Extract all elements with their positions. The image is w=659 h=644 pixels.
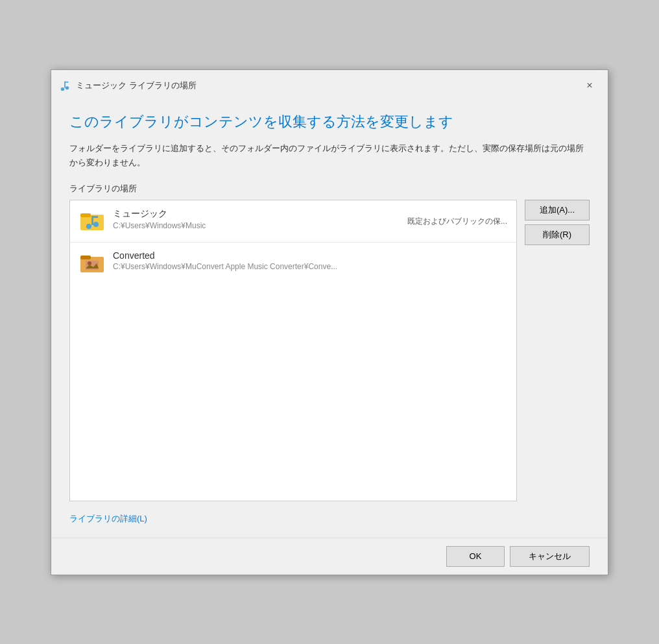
title-bar-left: ミュージック ライブラリの場所 bbox=[59, 80, 197, 91]
svg-point-7 bbox=[93, 222, 99, 227]
svg-rect-5 bbox=[80, 213, 91, 217]
dialog-heading: このライブラリがコンテンツを収集する方法を変更します bbox=[69, 113, 590, 132]
converted-item-info: Converted C:¥Users¥Windows¥MuConvert App… bbox=[113, 250, 507, 271]
ok-button[interactable]: OK bbox=[446, 546, 505, 567]
music-item-info: ミュージック C:¥Users¥Windows¥Music bbox=[113, 208, 400, 230]
music-note-icon bbox=[59, 80, 71, 91]
svg-rect-11 bbox=[80, 256, 91, 259]
add-button[interactable]: 追加(A)... bbox=[525, 200, 590, 221]
title-bar: ミュージック ライブラリの場所 × bbox=[51, 70, 608, 100]
library-list: ミュージック C:¥Users¥Windows¥Music 既定およびパブリック… bbox=[69, 200, 517, 501]
close-button[interactable]: × bbox=[581, 77, 599, 95]
dialog-window: ミュージック ライブラリの場所 × このライブラリがコンテンツを収集する方法を変… bbox=[51, 69, 608, 575]
converted-item-path: C:¥Users¥Windows¥MuConvert Apple Music C… bbox=[113, 262, 507, 271]
music-item-name: ミュージック bbox=[113, 208, 400, 220]
svg-rect-9 bbox=[91, 216, 98, 218]
remove-button[interactable]: 削除(R) bbox=[525, 224, 590, 245]
converted-folder-icon bbox=[79, 250, 105, 276]
music-folder-icon bbox=[79, 208, 105, 234]
list-item[interactable]: ミュージック C:¥Users¥Windows¥Music 既定およびパブリック… bbox=[70, 200, 516, 243]
cancel-button[interactable]: キャンセル bbox=[510, 546, 590, 567]
dialog-footer: OK キャンセル bbox=[51, 538, 608, 575]
dialog-description: フォルダーをライブラリに追加すると、そのフォルダー内のファイルがライブラリに表示… bbox=[69, 141, 590, 170]
list-item[interactable]: Converted C:¥Users¥Windows¥MuConvert App… bbox=[70, 243, 516, 284]
content-area: ミュージック C:¥Users¥Windows¥Music 既定およびパブリック… bbox=[69, 200, 590, 501]
music-item-path: C:¥Users¥Windows¥Music bbox=[113, 221, 400, 230]
button-panel: 追加(A)... 削除(R) bbox=[525, 200, 590, 501]
library-details-link[interactable]: ライブラリの詳細(L) bbox=[69, 513, 590, 525]
converted-item-name: Converted bbox=[113, 250, 507, 261]
title-bar-text: ミュージック ライブラリの場所 bbox=[76, 80, 197, 91]
dialog-body: このライブラリがコンテンツを収集する方法を変更します フォルダーをライブラリに追… bbox=[51, 100, 608, 538]
svg-rect-3 bbox=[64, 81, 68, 82]
svg-point-0 bbox=[61, 87, 64, 90]
music-item-badge: 既定およびパブリックの保... bbox=[407, 216, 507, 227]
svg-point-6 bbox=[86, 224, 91, 229]
svg-point-1 bbox=[66, 86, 69, 89]
section-label: ライブラリの場所 bbox=[69, 183, 590, 195]
